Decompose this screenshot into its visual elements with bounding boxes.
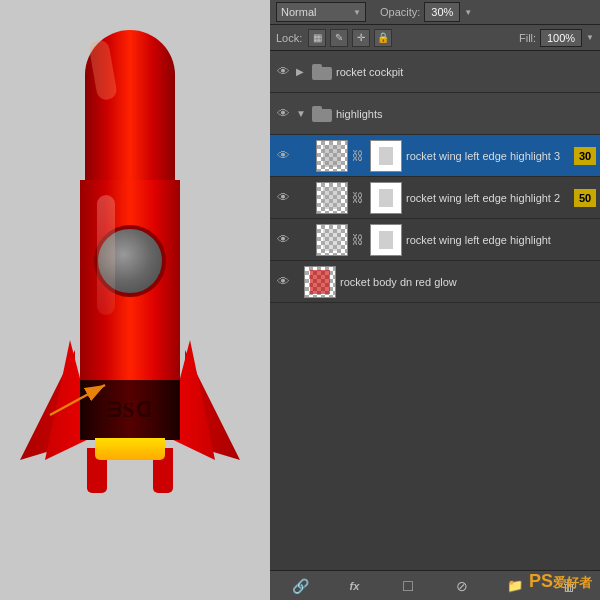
rocket-nose <box>85 30 175 190</box>
layer-arrow-highlights[interactable]: ▼ <box>296 108 308 119</box>
layer-name-h2: rocket wing left edge highlight 2 <box>406 192 570 204</box>
layer-visibility-h2[interactable]: 👁 <box>274 189 292 207</box>
layer-name-h3: rocket wing left edge highlight 3 <box>406 150 570 162</box>
arrow-annotation <box>40 375 120 428</box>
layer-thumbnail-h2 <box>316 182 348 214</box>
layer-visibility-cockpit[interactable]: 👁 <box>274 63 292 81</box>
link-icon[interactable]: 🔗 <box>289 574 313 598</box>
blend-mode-select[interactable]: Normal ▼ <box>276 2 366 22</box>
layer-group-rocket-cockpit[interactable]: 👁 ▶ rocket cockpit <box>270 51 600 93</box>
svg-line-1 <box>50 385 105 415</box>
lock-icons: ▦ ✎ ✛ 🔒 <box>308 29 392 47</box>
rocket-shine <box>97 195 115 315</box>
layer-thumbnail-glow <box>304 266 336 298</box>
blend-mode-arrow: ▼ <box>353 8 361 17</box>
folder-icon-highlights <box>312 106 332 122</box>
watermark: PS爱好者 <box>529 571 592 592</box>
layer-mask-h3 <box>370 140 402 172</box>
layer-group-highlights[interactable]: 👁 ▼ highlights <box>270 93 600 135</box>
fill-value[interactable]: 100% <box>540 29 582 47</box>
layers-topbar: Normal ▼ Opacity: 30% ▼ <box>270 0 600 25</box>
rocket-body: ᗱSᗡ <box>75 30 185 550</box>
lock-icon-lock[interactable]: 🔒 <box>374 29 392 47</box>
layer-highlight1[interactable]: 👁 ⛓ rocket wing left edge highlight <box>270 219 600 261</box>
layer-visibility-highlights[interactable]: 👁 <box>274 105 292 123</box>
layer-mask-h1 <box>370 224 402 256</box>
layer-name-cockpit: rocket cockpit <box>336 66 596 78</box>
canvas-area: ᗱSᗡ <box>0 0 270 600</box>
layer-chain-h2: ⛓ <box>352 191 366 205</box>
opacity-label: Opacity: <box>380 6 420 18</box>
layer-highlight3[interactable]: 👁 ⛓ rocket wing left edge highlight 3 30 <box>270 135 600 177</box>
folder-icon-cockpit <box>312 64 332 80</box>
layer-highlight2[interactable]: 👁 ⛓ rocket wing left edge highlight 2 50 <box>270 177 600 219</box>
layer-name-highlights: highlights <box>336 108 596 120</box>
opacity-arrow[interactable]: ▼ <box>464 8 472 17</box>
layer-badge-h2: 50 <box>574 189 596 207</box>
layer-arrow-cockpit[interactable]: ▶ <box>296 66 308 77</box>
arrow-svg <box>40 375 120 425</box>
layers-list[interactable]: 👁 ▶ rocket cockpit 👁 ▼ highlights 👁 ⛓ <box>270 51 600 570</box>
layer-visibility-h1[interactable]: 👁 <box>274 231 292 249</box>
layers-panel: Normal ▼ Opacity: 30% ▼ Lock: ▦ ✎ ✛ 🔒 Fi… <box>270 0 600 600</box>
layers-lockrow: Lock: ▦ ✎ ✛ 🔒 Fill: 100% ▼ <box>270 25 600 51</box>
fill-control: Fill: 100% ▼ <box>519 29 594 47</box>
lock-label: Lock: <box>276 32 302 44</box>
layer-badge-h3: 30 <box>574 147 596 165</box>
fx-icon[interactable]: fx <box>342 574 366 598</box>
lock-icon-pen[interactable]: ✎ <box>330 29 348 47</box>
lock-icon-checkered[interactable]: ▦ <box>308 29 326 47</box>
layer-body-glow[interactable]: 👁 rocket body dn red glow <box>270 261 600 303</box>
fill-arrow[interactable]: ▼ <box>586 33 594 42</box>
watermark-ps: PS <box>529 571 553 591</box>
layer-visibility-h3[interactable]: 👁 <box>274 147 292 165</box>
rocket-nozzle <box>95 438 165 460</box>
opacity-control: Opacity: 30% ▼ <box>380 2 472 22</box>
layer-name-glow: rocket body dn red glow <box>340 276 596 288</box>
group-icon[interactable]: 📁 <box>503 574 527 598</box>
opacity-value[interactable]: 30% <box>424 2 460 22</box>
mask-icon[interactable]: ⊘ <box>450 574 474 598</box>
layer-thumbnail-h1 <box>316 224 348 256</box>
layer-chain-h3: ⛓ <box>352 149 366 163</box>
lock-icon-move[interactable]: ✛ <box>352 29 370 47</box>
layer-mask-h2 <box>370 182 402 214</box>
blend-mode-value: Normal <box>281 6 316 18</box>
layer-name-h1: rocket wing left edge highlight <box>406 234 596 246</box>
fill-label: Fill: <box>519 32 536 44</box>
layer-thumbnail-h3 <box>316 140 348 172</box>
watermark-rest: 爱好者 <box>553 575 592 590</box>
layer-chain-h1: ⛓ <box>352 233 366 247</box>
layer-visibility-glow[interactable]: 👁 <box>274 273 292 291</box>
rocket-illustration: ᗱSᗡ <box>30 20 230 580</box>
adjustment-icon[interactable]: □ <box>396 574 420 598</box>
